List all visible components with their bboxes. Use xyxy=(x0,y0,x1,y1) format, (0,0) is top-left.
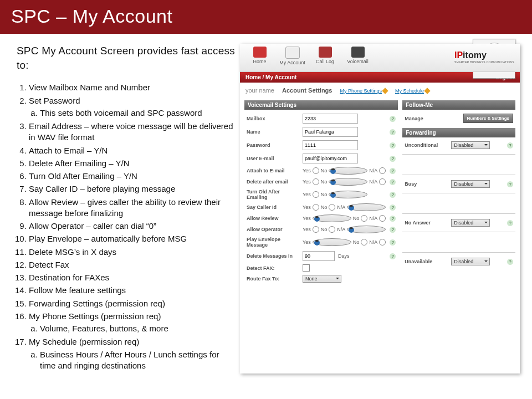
feature-item: Forwarding Settings (permission req) xyxy=(29,298,236,309)
feature-item: Delete MSG’s in X days xyxy=(29,247,236,258)
sayid-radios[interactable]: YesNoN/A xyxy=(303,203,386,211)
feature-item: View Mailbox Name and Number xyxy=(29,82,236,93)
feature-item: Say Caller ID – before playing message xyxy=(29,183,236,195)
help-icon[interactable]: ? xyxy=(507,220,513,226)
attach-radios[interactable]: YesNoN/A xyxy=(303,167,386,175)
feature-item: Detect Fax xyxy=(29,259,236,270)
feature-item: Destination for FAXes xyxy=(29,272,236,283)
feature-item: Follow Me feature settings xyxy=(29,285,236,296)
forwarding-header: Forwarding xyxy=(402,128,515,137)
help-icon[interactable]: ? xyxy=(390,156,396,162)
nav-home[interactable]: Home xyxy=(244,45,275,70)
help-icon[interactable]: ? xyxy=(507,259,513,265)
help-icon[interactable]: ? xyxy=(390,253,396,259)
feature-item: Attach to Email – Y/N xyxy=(29,145,236,156)
nav-voicemail[interactable]: Voicemail xyxy=(342,45,373,70)
home-icon xyxy=(253,47,267,58)
noanswer-select[interactable]: Disabled xyxy=(451,219,490,227)
tab-phone-settings[interactable]: My Phone Settings xyxy=(340,87,387,94)
unavailable-select[interactable]: Disabled xyxy=(451,258,490,265)
operator-radios[interactable]: YesNoN/A xyxy=(303,226,386,233)
voicemail-panel: Voicemail Settings Mailbox? Name? Passwo… xyxy=(244,100,398,284)
feature-description: SPC My Account Screen provides fast acce… xyxy=(17,44,236,374)
feature-item: Delete After Emailing – Y/N xyxy=(29,158,236,169)
help-icon[interactable]: ? xyxy=(507,181,513,187)
review-radios[interactable]: YesNoN/A xyxy=(303,214,386,222)
feature-item: Allow Review – gives caller the ability … xyxy=(29,197,236,219)
pencil-icon xyxy=(382,88,388,94)
unconditional-select[interactable]: Disabled xyxy=(451,141,490,149)
slide-title: SPC – My Account xyxy=(0,0,532,34)
route-fax-select[interactable]: None xyxy=(303,275,341,283)
envelope-icon xyxy=(351,47,365,58)
name-input[interactable] xyxy=(303,127,358,137)
feature-item: My Phone Settings (permission req)Volume… xyxy=(29,311,236,335)
your-name-label: your name xyxy=(245,87,274,94)
turnold-radios[interactable]: YesNo xyxy=(303,191,368,198)
feature-item: Allow Operator – caller can dial “0” xyxy=(29,221,236,232)
help-icon[interactable]: ? xyxy=(390,227,396,233)
feature-item: Play Envelope – automatically before MSG xyxy=(29,233,236,244)
feature-item: My Schedule (permission req)Business Hou… xyxy=(29,336,236,371)
feature-list: View Mailbox Name and NumberSet Password… xyxy=(17,82,236,371)
help-icon[interactable]: ? xyxy=(390,216,396,222)
mailbox-input[interactable] xyxy=(303,114,358,124)
tab-account-settings[interactable]: Account Settings xyxy=(282,87,332,94)
nav-call-log[interactable]: Call Log xyxy=(310,45,340,70)
help-icon[interactable]: ? xyxy=(390,239,396,245)
sub-tabs: your name Account Settings My Phone Sett… xyxy=(240,83,520,97)
numbers-settings-button[interactable]: Numbers & Settings xyxy=(463,114,513,123)
help-icon[interactable]: ? xyxy=(390,192,396,198)
crumb-path: Home / My Account xyxy=(245,74,296,80)
email-input[interactable] xyxy=(303,154,358,163)
phone-icon xyxy=(319,47,332,58)
help-icon[interactable]: ? xyxy=(390,129,396,135)
intro-text: SPC My Account Screen provides fast acce… xyxy=(17,44,236,72)
top-nav: Home My Account Call Log Voicemail IPito… xyxy=(240,44,520,72)
detect-fax-checkbox[interactable] xyxy=(303,264,310,272)
nav-my-account[interactable]: My Account xyxy=(277,45,308,70)
help-icon[interactable]: ? xyxy=(390,179,396,185)
tab-my-schedule[interactable]: My Schedule xyxy=(395,87,429,94)
feature-item: Turn Old After Emailing – Y/N xyxy=(29,171,236,182)
app-screenshot: Home My Account Call Log Voicemail IPito… xyxy=(240,44,520,374)
help-icon[interactable]: ? xyxy=(390,116,396,122)
feature-item: Email Address – where voice message will… xyxy=(29,121,236,144)
person-icon xyxy=(285,47,300,59)
followme-header: Follow-Me xyxy=(402,100,515,110)
delete-days-input[interactable] xyxy=(303,251,335,261)
help-icon[interactable]: ? xyxy=(390,142,396,149)
vm-header: Voicemail Settings xyxy=(244,100,398,110)
help-icon[interactable]: ? xyxy=(390,204,396,211)
help-icon[interactable]: ? xyxy=(390,168,396,174)
busy-select[interactable]: Disabled xyxy=(451,180,490,188)
right-panel: Follow-Me ManageNumbers & Settings Forwa… xyxy=(402,100,515,284)
brand-logo: IPitomySMARTER BUSINESS COMMUNICATIONS xyxy=(454,50,514,64)
envelope-radios[interactable]: YesNoN/A xyxy=(303,238,386,246)
password-input[interactable] xyxy=(303,140,358,150)
pencil-icon xyxy=(424,88,430,94)
feature-item: Set PasswordThis sets both voicemail and… xyxy=(29,95,236,119)
help-icon[interactable]: ? xyxy=(507,142,513,149)
delete-radios[interactable]: YesNoN/A xyxy=(303,178,386,186)
